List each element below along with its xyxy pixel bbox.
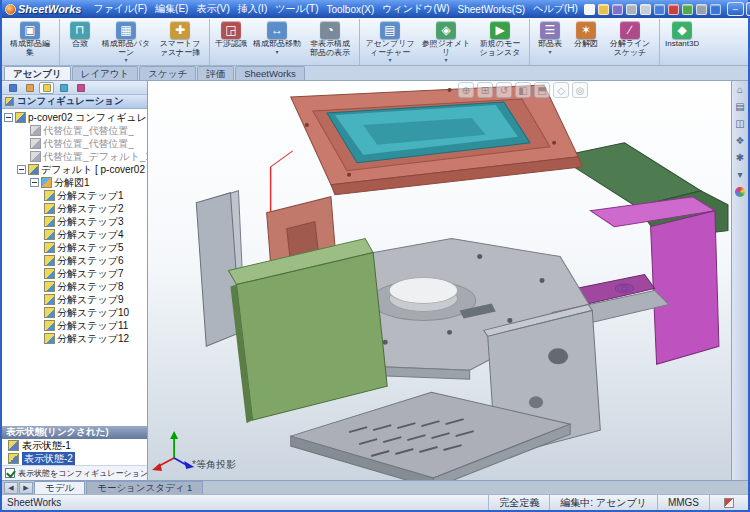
tree-item-explode-step[interactable]: 分解ステップ4 — [42, 228, 147, 241]
view-orientation-icon[interactable]: ⬒ — [534, 82, 550, 98]
link-display-states-checkbox[interactable] — [5, 468, 15, 478]
tree-item-explode-step[interactable]: 分解ステップ11 — [42, 319, 147, 332]
tree-item-exploded-view[interactable]: 分解図1 — [28, 176, 147, 189]
tree-item-alternate-position[interactable]: 代替位置_代替位置_ — [28, 124, 147, 137]
drop-down-icon[interactable]: ▾ — [737, 170, 742, 180]
print-icon[interactable] — [626, 4, 637, 15]
command-button[interactable]: ☰ 部品表 ▾ — [532, 19, 568, 65]
menu-item[interactable]: ヘルプ(H) — [529, 1, 582, 17]
command-manager-tab[interactable]: レイアウト — [72, 66, 139, 80]
constraint-status: 完全定義 — [488, 495, 549, 510]
command-button[interactable]: ▤ アセンブリフィーチャー ▾ — [362, 19, 418, 65]
dropdown-arrow-icon: ▾ — [548, 49, 551, 55]
units-status[interactable]: MMGS — [657, 495, 709, 510]
command-button[interactable]: ◆ Instant3D — [662, 19, 702, 65]
tree-item-explode-step[interactable]: 分解ステップ7 — [42, 267, 147, 280]
command-button[interactable]: ✶ 分解図 — [568, 19, 604, 65]
command-manager-tab[interactable]: アセンブリ — [4, 66, 71, 80]
bill-of-materials-icon: ☰ — [540, 21, 560, 39]
menu-item[interactable]: ウィンドウ(W) — [378, 1, 453, 17]
pane-tab[interactable] — [39, 82, 54, 94]
minimize-button[interactable]: – — [727, 2, 744, 16]
menu-item[interactable]: 表示(V) — [192, 1, 233, 17]
tree-item-explode-step[interactable]: 分解ステップ2 — [42, 202, 147, 215]
command-manager-tab[interactable]: スケッチ — [139, 66, 196, 80]
model-tab[interactable]: モーションスタディ 1 — [86, 481, 203, 494]
color-swatch-icon[interactable] — [682, 4, 693, 15]
collapse-icon[interactable] — [4, 113, 13, 122]
tree-item-default-configuration[interactable]: デフォルト [ p-cover02 ] — [15, 163, 147, 176]
collapse-icon[interactable] — [17, 165, 26, 174]
display-style-icon[interactable]: ◇ — [553, 82, 569, 98]
menu-item[interactable]: 挿入(I) — [234, 1, 271, 17]
open-folder-icon[interactable] — [598, 4, 609, 15]
resources-home-icon[interactable]: ⌂ — [737, 85, 743, 95]
command-manager-tab[interactable]: 評価 — [197, 66, 234, 80]
menu-item[interactable]: Toolbox(X) — [322, 3, 378, 16]
graphics-viewport-3d[interactable]: ⊕⊞↺◧⬒◇◎ *等角投影 — [148, 81, 731, 480]
design-library-icon[interactable]: ▤ — [735, 102, 744, 112]
command-button[interactable]: ✚ スマートファスナー挿入 — [154, 19, 210, 65]
menu-item[interactable]: ファイル(F) — [89, 1, 151, 17]
command-button[interactable]: ↔ 構成部品移動 ▾ — [250, 19, 304, 65]
tree-item-configuration-root[interactable]: p-cover02 コンフィギュレーション (デフォルト — [2, 111, 147, 124]
exploded-assembly-drawing — [148, 81, 731, 480]
undo-icon[interactable] — [654, 4, 665, 15]
display-state-item[interactable]: 表示状態-2 — [2, 452, 147, 465]
custom-properties-icon[interactable]: ✱ — [736, 153, 744, 163]
tree-item-alternate-position[interactable]: 代替位置_代替位置_ — [28, 137, 147, 150]
display-state-item[interactable]: 表示状態-1 — [2, 439, 147, 452]
hide-show-items-icon[interactable]: ◎ — [572, 82, 588, 98]
reference-geometry-icon: ◈ — [436, 21, 456, 39]
palette-icon[interactable]: ❖ — [736, 136, 745, 146]
menu-item[interactable]: ツール(T) — [271, 1, 322, 17]
pane-tab[interactable] — [5, 82, 20, 94]
print-preview-icon[interactable] — [640, 4, 651, 15]
new-motion-study-icon: ▶ — [490, 21, 510, 39]
save-icon[interactable] — [612, 4, 623, 15]
tree-item-alternate-position[interactable]: 代替位置_デフォルト_1 [ p-cover — [28, 150, 147, 163]
tree-item-explode-step[interactable]: 分解ステップ1 — [42, 189, 147, 202]
tree-item-explode-step[interactable]: 分解ステップ9 — [42, 293, 147, 306]
collapse-icon[interactable] — [30, 178, 39, 187]
zoom-fit-icon[interactable]: ⊕ — [458, 82, 474, 98]
command-button[interactable]: ∕ 分解ラインスケッチ — [604, 19, 660, 65]
maximize-button[interactable]: ❐ — [746, 2, 750, 16]
model-tab[interactable]: モデル — [34, 481, 85, 494]
tree-item-explode-step[interactable]: 分解ステップ8 — [42, 280, 147, 293]
options-icon[interactable] — [696, 4, 707, 15]
explode-step-icon — [44, 268, 55, 279]
command-button[interactable]: ▣ 構成部品編集 — [4, 19, 60, 65]
pane-tab[interactable] — [22, 82, 37, 94]
menu-item[interactable]: SheetWorks(S) — [454, 3, 530, 16]
new-document-icon[interactable] — [584, 4, 595, 15]
command-button[interactable]: ◲ 干渉認識 — [212, 19, 250, 65]
tab-scroll-left-button[interactable]: ◀ — [4, 482, 18, 494]
command-button[interactable]: ◈ 参照ジオメトリ ▾ — [418, 19, 474, 65]
link-display-states-row: 表示状態をコンフィギュレーションにリンク — [2, 465, 147, 480]
section-view-icon[interactable]: ◧ — [515, 82, 531, 98]
command-button[interactable]: ⊓ 合致 — [62, 19, 98, 65]
exploded-view-icon — [41, 177, 52, 188]
tree-item-explode-step[interactable]: 分解ステップ5 — [42, 241, 147, 254]
pane-tab[interactable] — [56, 82, 71, 94]
command-button[interactable]: ◔ 非表示構成部品の表示 — [304, 19, 360, 65]
previous-view-icon[interactable]: ↺ — [496, 82, 512, 98]
quick-tips-icon[interactable] — [724, 498, 734, 508]
menu-item[interactable]: 編集(E) — [151, 1, 192, 17]
zoom-area-icon[interactable]: ⊞ — [477, 82, 493, 98]
command-button[interactable]: ▦ 構成部品パターン ▾ — [98, 19, 154, 65]
command-button-label: アセンブリフィーチャー — [365, 40, 415, 57]
tab-scroll-right-button[interactable]: ▶ — [19, 482, 33, 494]
tree-item-explode-step[interactable]: 分解ステップ3 — [42, 215, 147, 228]
rebuild-icon[interactable] — [668, 4, 679, 15]
tree-item-explode-step[interactable]: 分解ステップ12 — [42, 332, 147, 345]
tree-item-explode-step[interactable]: 分解ステップ6 — [42, 254, 147, 267]
help-icon[interactable] — [710, 4, 721, 15]
pane-tab[interactable] — [73, 82, 88, 94]
tree-item-explode-step[interactable]: 分解ステップ10 — [42, 306, 147, 319]
appearances-icon[interactable] — [735, 187, 745, 197]
command-manager-tab[interactable]: SheetWorks — [235, 66, 305, 80]
command-button[interactable]: ▶ 新規のモーションスタディ — [474, 19, 530, 65]
file-explorer-icon[interactable]: ◫ — [735, 119, 744, 129]
